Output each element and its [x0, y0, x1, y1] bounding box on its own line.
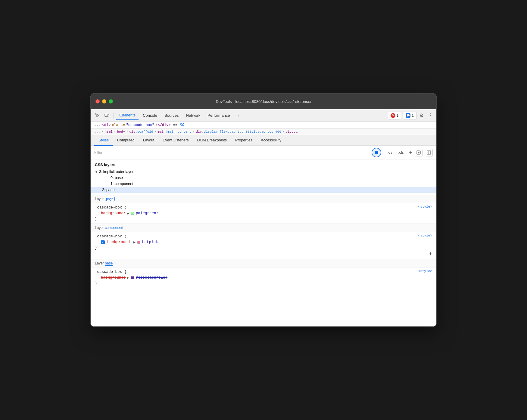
rule-selector-page: .cascade-box { — [95, 205, 432, 210]
window-title: DevTools - localhost:8080/docs/devtools/… — [216, 99, 311, 104]
filter-input[interactable] — [105, 150, 369, 155]
hov-button[interactable]: :hov — [384, 150, 394, 156]
layer-base-link[interactable]: base — [105, 261, 113, 266]
more-options-icon[interactable]: ⋮ — [427, 111, 434, 119]
css-layers-section: CSS layers ▼ 3: implicit outer layer 0: … — [91, 159, 436, 195]
breadcrumb-div-scaffold[interactable]: div.scaffold — [129, 130, 153, 134]
layer-component-header: Layer component — [91, 224, 436, 232]
panel-tab-accessibility[interactable]: Accessibility — [257, 135, 285, 146]
property-checkbox-hotpink[interactable]: ✓ — [101, 240, 105, 244]
rule-block-base: <style> .cascade-box { background: ▶ reb… — [91, 267, 436, 290]
dom-tag-open: <div — [102, 123, 111, 127]
device-toolbar-icon[interactable] — [103, 111, 111, 120]
layer-base-header: Layer base — [91, 259, 436, 267]
breadcrumb-bar: ... › html › body › div.scaffold › main#… — [91, 129, 436, 135]
svg-rect-1 — [108, 115, 109, 116]
tab-elements[interactable]: Elements — [116, 111, 139, 120]
rule-close-page: } — [95, 216, 432, 222]
panel-tab-styles[interactable]: Styles — [94, 135, 113, 146]
dom-bar: ... <div class="cascade-box"></div> == $… — [91, 122, 436, 129]
toolbar-right: ✕ 1 💬 1 ⚙ ⋮ — [388, 111, 434, 119]
layer-page-header: Layer page — [91, 195, 436, 203]
styles-panel: Filter :hov .cls + — [91, 146, 436, 326]
triangle-arrow-hotpink: ▶ — [133, 240, 136, 245]
triangle-arrow-rebeccapurple: ▶ — [127, 275, 129, 280]
tab-network[interactable]: Network — [183, 111, 204, 120]
color-swatch-hotpink[interactable] — [137, 241, 140, 244]
error-badge-button[interactable]: ✕ 1 — [388, 112, 401, 119]
css-layers-button[interactable] — [372, 148, 381, 157]
inspect-element-icon[interactable] — [93, 111, 101, 120]
traffic-lights — [95, 99, 113, 103]
title-bar: DevTools - localhost:8080/docs/devtools/… — [91, 94, 436, 109]
cls-button[interactable]: .cls — [396, 150, 405, 156]
svg-rect-4 — [375, 153, 378, 154]
new-style-rule-icon-button[interactable] — [415, 149, 423, 156]
message-icon: 💬 — [406, 113, 410, 118]
layer-tree-item-base[interactable]: 0: base — [95, 175, 432, 181]
minimize-button[interactable] — [102, 99, 106, 103]
devtools-window: DevTools - localhost:8080/docs/devtools/… — [90, 93, 437, 327]
maximize-button[interactable] — [109, 99, 113, 103]
svg-rect-8 — [427, 151, 431, 154]
style-section-page: Layer page <style> .cascade-box { backgr… — [91, 195, 436, 224]
breadcrumb-main[interactable]: main#main-content — [157, 130, 191, 134]
error-icon: ✕ — [391, 113, 395, 118]
panel-tab-event-listeners[interactable]: Event Listeners — [158, 135, 193, 146]
rule-property-component-bg: ✓ background: ▶ hotpink; — [95, 239, 432, 245]
rule-selector-component: .cascade-box { — [95, 234, 432, 239]
toolbar-separator — [114, 113, 114, 119]
sidebar-toggle-icon[interactable] — [425, 149, 433, 156]
layer-tree-item-component[interactable]: 1: component — [95, 181, 432, 187]
add-property-plus-component[interactable]: + — [429, 251, 432, 257]
rule-selector-base: .cascade-box { — [95, 269, 432, 275]
dom-attr-name: class= — [112, 123, 125, 127]
style-source-base[interactable]: <style> — [418, 269, 432, 273]
panels-tabs: Styles Computed Layout Event Listeners D… — [91, 135, 436, 146]
layer-component-link[interactable]: component — [105, 226, 123, 230]
style-section-base: Layer base <style> .cascade-box { backgr… — [91, 259, 436, 290]
rule-close-base: } — [95, 281, 432, 286]
tab-console[interactable]: Console — [140, 111, 160, 120]
layer-page-link[interactable]: page — [105, 197, 114, 201]
breadcrumb-body[interactable]: body — [117, 130, 125, 134]
settings-icon[interactable]: ⚙ — [418, 111, 425, 119]
style-section-component: Layer component <style> .cascade-box { ✓… — [91, 224, 436, 259]
style-source-component[interactable]: <style> — [418, 234, 432, 237]
svg-rect-0 — [105, 114, 108, 116]
message-badge-button[interactable]: 💬 1 — [403, 112, 416, 119]
breadcrumb-div-c[interactable]: div.c… — [286, 130, 298, 134]
rule-block-component: <style> .cascade-box { ✓ background: ▶ h… — [91, 232, 436, 259]
rule-block-page: <style> .cascade-box { background: ▶ pal… — [91, 203, 436, 224]
close-button[interactable] — [95, 99, 100, 103]
svg-rect-2 — [375, 151, 378, 152]
breadcrumb-dots: ... — [94, 130, 100, 134]
devtools-toolbar: Elements Console Sources Network Perform… — [91, 109, 436, 122]
filter-bar: Filter :hov .cls + — [91, 146, 436, 159]
layer-tree-item-implicit[interactable]: ▼ 3: implicit outer layer — [95, 169, 432, 175]
rule-property-base-bg: background: ▶ rebeccapurple; — [95, 275, 432, 281]
more-tabs-icon[interactable]: » — [234, 111, 243, 120]
color-swatch-palegreen[interactable] — [131, 212, 134, 215]
rule-close-component: } — [95, 245, 432, 251]
layer-tree-item-page[interactable]: 2: page — [91, 187, 436, 193]
breadcrumb-div-flex[interactable]: div.display-flex.gap-top-300.lg:gap-top-… — [196, 130, 281, 134]
panel-tab-computed[interactable]: Computed — [113, 135, 139, 146]
dom-tag-close: ></div> — [155, 123, 170, 127]
layer-arrow-implicit: ▼ — [95, 170, 98, 174]
css-layers-title: CSS layers — [95, 162, 432, 167]
tab-sources[interactable]: Sources — [161, 111, 182, 120]
panel-tab-properties[interactable]: Properties — [231, 135, 257, 146]
rule-property-page-bg: background: ▶ palegreen; — [95, 210, 432, 216]
add-style-rule-button[interactable]: + — [409, 150, 412, 156]
breadcrumb-html[interactable]: html — [104, 130, 112, 134]
dom-attr-value: "cascade-box" — [126, 123, 154, 127]
triangle-arrow-palegreen: ▶ — [127, 211, 129, 216]
style-source-page[interactable]: <style> — [418, 205, 432, 208]
panel-tab-layout[interactable]: Layout — [139, 135, 159, 146]
color-swatch-rebeccapurple[interactable] — [131, 276, 134, 279]
dom-dollar-zero: $0 — [180, 123, 184, 127]
tab-performance[interactable]: Performance — [204, 111, 233, 120]
filter-label: Filter — [94, 150, 102, 155]
panel-tab-dom-breakpoints[interactable]: DOM Breakpoints — [193, 135, 231, 146]
